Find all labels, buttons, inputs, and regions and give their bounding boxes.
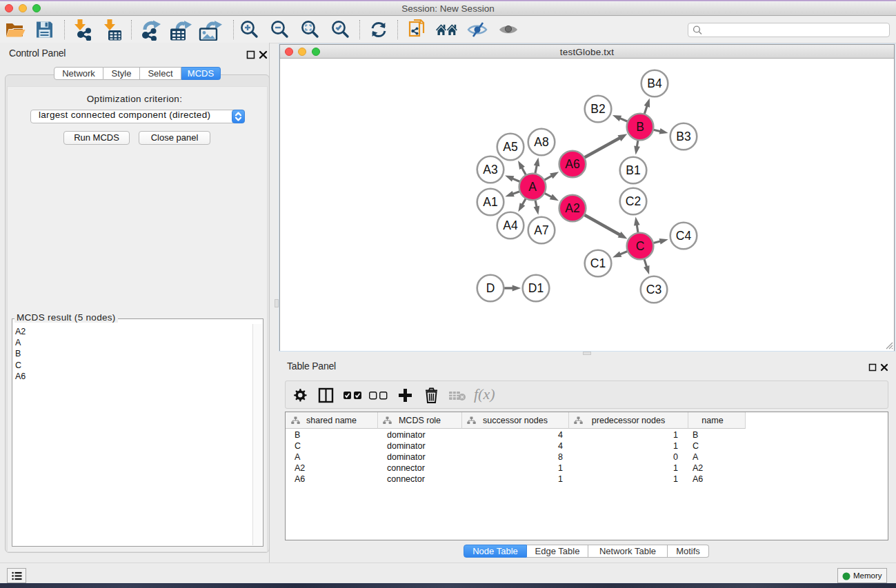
svg-text:A7: A7: [534, 223, 548, 237]
svg-text:A6: A6: [565, 157, 579, 171]
svg-text:C2: C2: [626, 194, 641, 208]
svg-text:A4: A4: [503, 219, 518, 232]
svg-text:A8: A8: [534, 135, 548, 149]
svg-text:D: D: [486, 281, 495, 295]
svg-text:A1: A1: [483, 195, 497, 209]
svg-text:C3: C3: [646, 283, 661, 296]
svg-text:B3: B3: [676, 130, 690, 143]
svg-text:A2: A2: [565, 201, 579, 215]
svg-text:C1: C1: [590, 256, 606, 270]
svg-text:B2: B2: [590, 102, 605, 116]
svg-text:B1: B1: [626, 163, 640, 177]
svg-text:C4: C4: [676, 229, 692, 243]
svg-text:C: C: [636, 239, 645, 253]
svg-text:B4: B4: [647, 77, 662, 90]
svg-text:B: B: [636, 120, 644, 134]
svg-text:A: A: [528, 180, 537, 194]
svg-text:D1: D1: [528, 281, 544, 295]
svg-text:A3: A3: [483, 163, 497, 176]
svg-text:A5: A5: [503, 140, 517, 154]
